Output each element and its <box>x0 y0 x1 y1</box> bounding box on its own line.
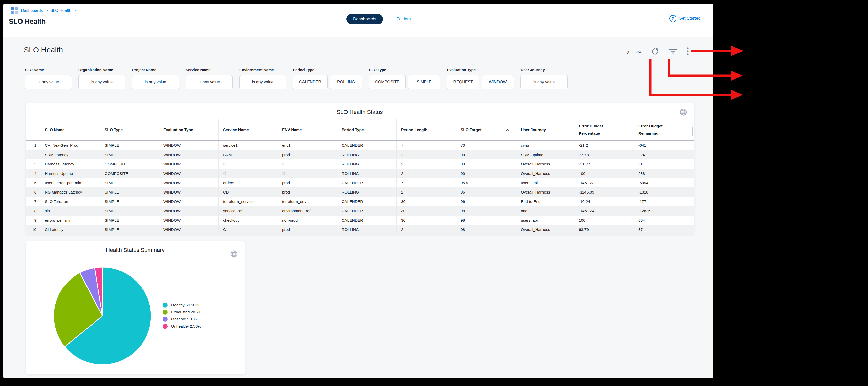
table-row: 4Harness UptimeCOMPOSITEWINDOW∅∅ROLLING2… <box>26 169 694 178</box>
more-options-button[interactable] <box>686 47 689 56</box>
filter-chip[interactable]: is any value <box>239 75 286 89</box>
table-cell: ROLLING <box>337 159 396 169</box>
filter-chip[interactable]: is any value <box>521 75 567 89</box>
slo-health-status-tile: SLO Health Status SLO NameSLO TypeEvalua… <box>26 103 694 234</box>
last-refreshed-label: just now <box>627 49 641 54</box>
table-cell: users_error_per_min <box>40 178 100 187</box>
column-header[interactable]: ENV Name <box>277 119 337 140</box>
help-icon: ? <box>670 15 676 22</box>
table-cell: SRM <box>218 150 277 159</box>
table-cell: 2 <box>396 169 456 178</box>
column-header[interactable]: Period Length <box>396 119 456 140</box>
table-cell: ROLLING <box>337 225 396 234</box>
legend-dot <box>163 324 168 329</box>
table-cell: 100 <box>574 169 633 178</box>
filter-chip[interactable]: is any value <box>79 75 125 89</box>
tab-folders[interactable]: Folders <box>395 17 412 22</box>
filter-chip[interactable]: ROLLING <box>330 75 362 89</box>
column-header[interactable]: SLO Target <box>456 119 516 140</box>
table-cell: WINDOW <box>159 215 218 225</box>
filter-chip[interactable]: is any value <box>132 75 179 89</box>
refresh-button[interactable] <box>650 47 660 56</box>
filter-chip[interactable]: is any value <box>25 75 72 89</box>
table-cell: ∅ <box>277 169 337 178</box>
table-cell: -177 <box>633 197 694 206</box>
table-cell: -641 <box>633 141 694 150</box>
tile-actions-globe-icon[interactable] <box>680 108 687 117</box>
filter-group: Enviornment Nameis any value <box>239 67 286 89</box>
table-cell: COMPOSITE <box>100 169 159 178</box>
table-cell: CV_NextGen_Prod <box>40 141 100 150</box>
legend-label: Observe 5.13% <box>171 317 198 322</box>
filter-label: User Journey <box>521 67 567 72</box>
page-title: SLO Health <box>24 46 63 54</box>
filter-chip[interactable]: COMPOSITE <box>369 75 406 89</box>
column-header[interactable]: SLO Name <box>40 119 100 140</box>
table-cell: -1451.33 <box>574 178 633 187</box>
legend-item-unhealthy[interactable]: Unhealthy 2.56% <box>163 323 204 330</box>
column-header[interactable] <box>26 119 40 140</box>
table-cell: CALENDER <box>337 215 396 225</box>
filter-label: Evaluation Type <box>447 67 514 72</box>
tile-actions-globe-icon[interactable] <box>230 250 238 259</box>
legend-item-exhausted[interactable]: Exhausted 28.21% <box>163 308 204 316</box>
filter-label: Service Name <box>186 67 233 72</box>
table-scrollbar[interactable] <box>692 127 693 136</box>
table-row: 2SRM LatencySIMPLEWINDOWSRMprod1ROLLING2… <box>26 150 694 159</box>
filter-chip[interactable]: WINDOW <box>482 75 514 89</box>
table-cell: prod <box>277 187 337 197</box>
get-started-link[interactable]: ? Get Started <box>670 14 701 23</box>
row-number-cell: 6 <box>26 187 40 197</box>
refresh-icon <box>650 47 660 56</box>
filter-chip[interactable]: is any value <box>186 75 233 89</box>
filter-chip[interactable]: SIMPLE <box>408 75 440 89</box>
legend-dot <box>163 317 168 322</box>
table-cell: 2 <box>396 150 456 159</box>
table-row: 3Harness LatencyCOMPOSITEWINDOW∅∅ROLLING… <box>26 159 694 169</box>
column-header[interactable]: User Journey <box>516 119 574 140</box>
legend-item-healthy[interactable]: Healthy 64.10% <box>163 301 204 308</box>
filter-label: Organization Name <box>79 67 125 72</box>
pie-title: Health Status Summary <box>26 241 245 254</box>
table-cell: 224 <box>633 150 694 159</box>
table-cell: slo <box>40 206 100 215</box>
table-cell: terraform_service <box>218 197 277 206</box>
table-cell: SIMPLE <box>100 225 159 234</box>
table-cell: Overall_Harness <box>516 159 574 169</box>
table-cell: -21.2 <box>574 141 633 150</box>
table-cell: 63.79 <box>574 225 633 234</box>
column-header[interactable]: Error BudgetRemaining <box>633 119 694 140</box>
legend-item-observe[interactable]: Observe 5.13% <box>163 316 204 323</box>
table-cell: CALENDER <box>337 178 396 187</box>
row-number-cell: 10 <box>26 225 40 234</box>
column-header[interactable]: Error BudgetPercentage <box>574 119 633 140</box>
breadcrumb-item-dashboards[interactable]: Dashboards <box>21 8 43 13</box>
row-number-cell: 2 <box>26 150 40 159</box>
dashboard-body: SLO Health just now <box>3 37 713 378</box>
breadcrumb-item-slo-health[interactable]: SLO Health <box>50 8 71 13</box>
table-cell: cvng <box>516 141 574 150</box>
table-cell: ∅ <box>277 159 337 169</box>
column-header[interactable]: SLO Type <box>100 119 159 140</box>
table-cell: 2 <box>396 159 456 169</box>
column-header[interactable]: Period Type <box>337 119 396 140</box>
legend-label: Healthy 64.10% <box>171 303 199 307</box>
breadcrumb: Dashboards > SLO Health > <box>11 7 76 14</box>
tab-dashboards[interactable]: Dashboards <box>346 14 383 24</box>
table-cell: SIMPLE <box>100 178 159 187</box>
column-header[interactable]: Service Name <box>218 119 277 140</box>
table-cell: WINDOW <box>159 169 218 178</box>
row-number-cell: 1 <box>26 141 40 150</box>
table-cell: 96 <box>456 197 516 206</box>
filter-toggle-button[interactable] <box>669 49 677 54</box>
row-number-cell: 5 <box>26 178 40 187</box>
table-cell: WINDOW <box>159 187 218 197</box>
table-cell: ROLLING <box>337 187 396 197</box>
table-cell: -1318 <box>633 187 694 197</box>
table-cell: SIMPLE <box>100 206 159 215</box>
filter-chip[interactable]: REQUEST <box>447 75 479 89</box>
column-header[interactable]: Evaluation Type <box>159 119 218 140</box>
filter-chip[interactable]: CALENDER <box>293 75 328 89</box>
table-cell: ROLLING <box>337 150 396 159</box>
filter-bar: SLO Nameis any valueOrganization Nameis … <box>25 67 567 89</box>
